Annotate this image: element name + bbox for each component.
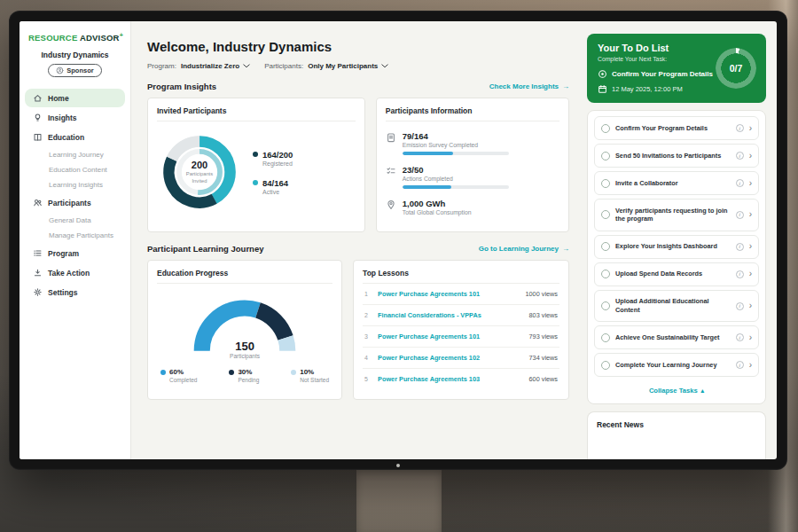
info-icon[interactable]: i xyxy=(736,211,744,219)
dashboard-screen: RESOURCE ADVISOR+ Industry Dynamics Spon… xyxy=(20,21,777,459)
arrow-right-icon: → xyxy=(562,82,569,90)
chevron-right-icon[interactable]: › xyxy=(749,210,752,219)
chevron-right-icon[interactable]: › xyxy=(749,179,752,188)
legend-item-registered: 164/200 Registered xyxy=(253,150,293,167)
lesson-link[interactable]: Power Purchase Agreements 102 xyxy=(378,354,522,362)
sidebar-item-label: Learning Insights xyxy=(49,181,103,189)
task-checkbox[interactable] xyxy=(601,301,610,310)
education-progress-title: Education Progress xyxy=(157,269,332,284)
sidebar-item-label: Manage Participants xyxy=(49,231,113,239)
program-select[interactable]: Industrialize Zero xyxy=(181,62,250,70)
check-more-insights-link[interactable]: Check More Insights → xyxy=(489,82,569,90)
task-row[interactable]: Explore Your Insights Dashboard i › xyxy=(594,235,759,259)
program-filter: Program: Industrialize Zero xyxy=(147,62,250,70)
sidebar-item-take-action[interactable]: Take Action xyxy=(25,263,125,282)
task-row[interactable]: Achieve One Sustainability Target i › xyxy=(594,325,759,349)
task-row[interactable]: Confirm Your Program Details i › xyxy=(594,116,759,140)
lesson-rank: 3 xyxy=(364,333,372,340)
sidebar-item-learning-journey[interactable]: Learning Journey xyxy=(20,147,130,162)
top-lessons-title: Top Lessons xyxy=(363,269,559,284)
lesson-link[interactable]: Financial Considerations - VPPAs xyxy=(378,311,522,319)
stat-value: 79/164 xyxy=(403,131,509,141)
task-checkbox[interactable] xyxy=(601,242,610,251)
task-checkbox[interactable] xyxy=(601,333,610,342)
task-row[interactable]: Upload Spend Data Records i › xyxy=(594,262,759,286)
filters-row: Program: Industrialize Zero Participants… xyxy=(147,62,569,70)
participants-information-title: Participants Information xyxy=(386,106,559,121)
lesson-row: 3 Power Purchase Agreements 101 793 view… xyxy=(363,326,559,348)
program-insights-heading: Program Insights xyxy=(147,82,216,91)
info-icon[interactable]: i xyxy=(736,179,744,187)
info-icon[interactable]: i xyxy=(736,124,744,132)
lesson-link[interactable]: Power Purchase Agreements 103 xyxy=(378,375,522,383)
sidebar-item-label: Education xyxy=(48,133,84,142)
sponsor-label: Sponsor xyxy=(66,66,93,74)
chevron-right-icon[interactable]: › xyxy=(749,242,752,251)
todo-panel: Your To Do List Complete Your Next Task:… xyxy=(583,21,777,459)
donut-center-value: 200 xyxy=(192,160,207,170)
recent-news-heading: Recent News xyxy=(597,420,756,429)
insights-cards-row: Invited Participants 200 Participants In… xyxy=(147,98,569,232)
chevron-right-icon[interactable]: › xyxy=(749,152,752,160)
home-icon xyxy=(33,93,43,103)
sidebar-item-program[interactable]: Program xyxy=(25,244,125,262)
stat-label: Emission Survey Completed xyxy=(403,142,509,148)
chevron-right-icon[interactable]: › xyxy=(749,270,752,278)
sidebar-item-label: Learning Journey xyxy=(49,151,104,159)
go-to-learning-journey-link[interactable]: Go to Learning Journey → xyxy=(479,245,569,253)
info-icon[interactable]: i xyxy=(736,270,744,278)
sidebar: RESOURCE ADVISOR+ Industry Dynamics Spon… xyxy=(20,21,131,459)
task-checkbox[interactable] xyxy=(601,179,610,188)
task-checkbox[interactable] xyxy=(601,270,610,278)
chevron-right-icon[interactable]: › xyxy=(749,301,752,310)
info-icon[interactable]: i xyxy=(736,333,744,341)
arrow-right-icon: → xyxy=(562,245,569,253)
sponsor-badge[interactable]: Sponsor xyxy=(48,64,101,77)
task-row[interactable]: Upload Additional Educational Content i … xyxy=(594,290,759,323)
sidebar-item-general-data[interactable]: General Data xyxy=(20,213,130,228)
task-checkbox[interactable] xyxy=(601,361,610,370)
progress-bar-track xyxy=(403,185,509,189)
task-checkbox[interactable] xyxy=(601,124,610,133)
sidebar-item-education-content[interactable]: Education Content xyxy=(20,162,130,177)
sidebar-item-home[interactable]: Home xyxy=(25,89,125,107)
stat-label: Total Global Consumption xyxy=(403,209,472,215)
chevron-right-icon[interactable]: › xyxy=(749,361,752,370)
chevron-down-icon xyxy=(381,64,388,68)
chevron-right-icon[interactable]: › xyxy=(749,333,752,342)
task-row[interactable]: Complete Your Learning Journey i › xyxy=(594,353,759,377)
legend-label: Not Started xyxy=(300,377,329,383)
participants-select[interactable]: Only My Participants xyxy=(308,62,388,70)
learning-journey-heading: Participant Learning Journey xyxy=(147,244,263,254)
task-row[interactable]: Verify participants requesting to join t… xyxy=(594,199,759,231)
info-icon[interactable]: i xyxy=(736,361,744,369)
logo-advisor-text: ADVISOR xyxy=(80,33,120,43)
education-progress-gauge: 150 Participants xyxy=(186,295,303,357)
calendar-icon xyxy=(598,84,607,94)
task-checkbox[interactable] xyxy=(601,152,610,160)
chevron-right-icon[interactable]: › xyxy=(749,124,752,133)
sidebar-item-education[interactable]: Education xyxy=(25,128,125,146)
task-checkbox[interactable] xyxy=(601,210,610,219)
sidebar-item-participants[interactable]: Participants xyxy=(25,193,125,212)
lesson-link[interactable]: Power Purchase Agreements 101 xyxy=(378,332,522,340)
lightbulb-icon xyxy=(33,113,43,122)
info-icon[interactable]: i xyxy=(736,152,744,160)
sidebar-item-manage-participants[interactable]: Manage Participants xyxy=(20,228,130,243)
sidebar-item-settings[interactable]: Settings xyxy=(25,283,125,301)
sidebar-item-learning-insights[interactable]: Learning Insights xyxy=(20,177,130,192)
task-row[interactable]: Send 50 Invitations to Participants i › xyxy=(594,144,759,168)
lesson-rank: 1 xyxy=(364,291,372,297)
todo-next-task[interactable]: Confirm Your Program Details xyxy=(598,69,722,79)
info-icon[interactable]: i xyxy=(736,302,744,310)
info-icon[interactable]: i xyxy=(736,243,744,251)
collapse-tasks-link[interactable]: Collapse Tasks ▴ xyxy=(594,380,759,402)
sidebar-item-label: Education Content xyxy=(49,166,107,174)
lesson-link[interactable]: Power Purchase Agreements 101 xyxy=(378,290,519,298)
legend-dot xyxy=(160,370,166,375)
gauge-center-value: 150 xyxy=(186,340,303,353)
action-arrow-icon xyxy=(33,268,43,278)
stat-value: 1,000 GWh xyxy=(403,199,472,208)
task-row[interactable]: Invite a Collaborator i › xyxy=(594,171,759,195)
sidebar-item-insights[interactable]: Insights xyxy=(25,108,125,127)
